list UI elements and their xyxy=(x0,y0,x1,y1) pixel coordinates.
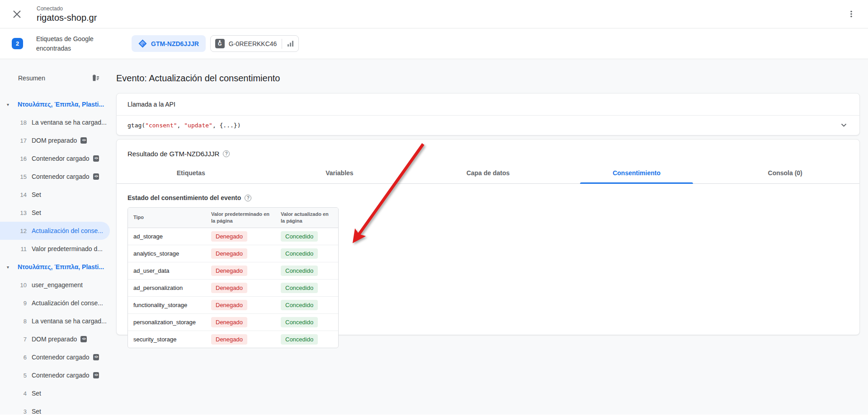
sidebar-event-item[interactable]: 12Actualización del conse... xyxy=(0,222,110,240)
help-icon[interactable]: ? xyxy=(223,150,230,157)
tags-found-bar: 2 Etiquetas de Google encontradas GTM-NZ… xyxy=(0,28,868,59)
gtag-code: gtag("consent", "update", {...}) xyxy=(127,122,241,129)
content-area: Resumen ▾Ντουλάπες, Έπιπλα, Plasti...18L… xyxy=(0,59,868,415)
summary-link[interactable]: Resumen xyxy=(18,75,45,82)
sidebar-group-header[interactable]: ▾Ντουλάπες, Έπιπλα, Plasti... xyxy=(0,95,116,113)
event-label: La ventana se ha cargad... xyxy=(32,119,107,126)
chevron-down-icon xyxy=(841,123,847,127)
consent-column-header: Valor actualizado en la página xyxy=(275,208,338,228)
sidebar-event-item[interactable]: 5Contenedor cargado<> xyxy=(0,366,110,384)
tab-variables[interactable]: Variables xyxy=(265,164,414,183)
api-call-header: Llamada a la API xyxy=(117,93,859,116)
sidebar-event-item[interactable]: 4Set xyxy=(0,384,110,402)
code-token: , xyxy=(177,122,184,129)
sidebar-group-header[interactable]: ▾Ντουλάπες, Έπιπλα, Plasti... xyxy=(0,258,116,276)
consent-row: analytics_storageDenegadoConcedido xyxy=(128,245,338,262)
more-options-button[interactable] xyxy=(845,8,857,20)
help-icon[interactable]: ? xyxy=(245,195,251,201)
consent-row: functionality_storageDenegadoConcedido xyxy=(128,296,338,313)
event-title: Evento: Actualización del consentimiento xyxy=(116,73,860,84)
event-number: 11 xyxy=(18,246,27,252)
event-label: La ventana se ha cargad... xyxy=(32,317,107,325)
sidebar-event-item[interactable]: 7DOM preparado<> xyxy=(0,330,110,348)
sidebar-event-item[interactable]: 10user_engagement xyxy=(0,276,110,294)
sidebar-event-item[interactable]: 15Contenedor cargado<> xyxy=(0,168,110,186)
code-icon: <> xyxy=(80,137,87,144)
event-label: Set xyxy=(32,390,41,397)
connected-domain: rigatos-shop.gr xyxy=(37,13,97,23)
event-label: Actualización del conse... xyxy=(32,299,103,307)
consent-type: personalization_storage xyxy=(128,313,206,331)
code-icon: <> xyxy=(93,372,99,378)
consent-row: ad_user_dataDenegadoConcedido xyxy=(128,262,338,279)
expand-code-button[interactable] xyxy=(839,121,849,129)
updated-value-badge: Concedido xyxy=(281,317,318,327)
collapse-caret-icon[interactable]: ▾ xyxy=(7,102,13,107)
event-detail-panel: Evento: Actualización del consentimiento… xyxy=(116,59,868,415)
delete-sweep-icon xyxy=(91,74,99,82)
event-label: Set xyxy=(32,408,41,415)
default-value-badge: Denegado xyxy=(211,283,247,293)
clear-log-button[interactable] xyxy=(89,72,101,84)
consent-type: ad_storage xyxy=(128,228,206,245)
api-call-card: Llamada a la API gtag("consent", "update… xyxy=(116,93,860,135)
sidebar-event-item[interactable]: 13Set xyxy=(0,204,110,222)
consent-row: personalization_storageDenegadoConcedido xyxy=(128,313,338,331)
consent-type: security_storage xyxy=(128,331,206,348)
consent-type: ad_user_data xyxy=(128,262,206,279)
code-icon: <> xyxy=(93,173,99,180)
event-label: Contenedor cargado xyxy=(32,173,90,180)
sidebar-event-item[interactable]: 9Actualización del conse... xyxy=(0,294,110,312)
event-label: Actualización del conse... xyxy=(32,227,103,234)
tab-capa-de-datos[interactable]: Capa de datos xyxy=(414,164,562,183)
sidebar-event-item[interactable]: 11Valor predeterminado d... xyxy=(0,240,110,258)
gtm-container-chip[interactable]: GTM-NZD6JJJR xyxy=(132,35,206,52)
updated-value-badge: Concedido xyxy=(281,300,318,310)
sidebar-group-title: Ντουλάπες, Έπιπλα, Plasti... xyxy=(18,101,104,108)
event-number: 15 xyxy=(18,173,27,180)
default-value-badge: Denegado xyxy=(211,317,247,327)
sidebar-event-item[interactable]: 16Contenedor cargado<> xyxy=(0,149,110,168)
close-button[interactable] xyxy=(11,8,23,20)
tab-etiquetas[interactable]: Etiquetas xyxy=(117,164,265,183)
sidebar-event-item[interactable]: 3Set xyxy=(0,402,110,415)
chip-divider xyxy=(282,39,282,49)
sidebar-event-item[interactable]: 8La ventana se ha cargad... xyxy=(0,312,110,330)
event-number: 7 xyxy=(18,336,27,343)
code-token: "update" xyxy=(184,122,212,129)
sidebar-event-item[interactable]: 18La ventana se ha cargad... xyxy=(0,113,110,131)
event-number: 8 xyxy=(18,318,27,325)
tab-consentimiento[interactable]: Consentimiento xyxy=(562,164,711,183)
updated-value-badge: Concedido xyxy=(281,334,318,345)
tags-found-label: Etiquetas de Google encontradas xyxy=(36,34,113,53)
consent-table: TipoValor predeterminado en la páginaVal… xyxy=(127,207,339,348)
sidebar-event-item[interactable]: 17DOM preparado<> xyxy=(0,131,110,149)
default-value-badge: Denegado xyxy=(211,248,247,259)
event-number: 16 xyxy=(18,155,27,162)
event-number: 4 xyxy=(18,390,27,397)
event-label: Set xyxy=(32,191,41,198)
default-value-badge: Denegado xyxy=(211,334,247,345)
ga-tag-chip[interactable]: G G-0REERKKC46 xyxy=(210,35,299,52)
tag-count-badge: 2 xyxy=(12,38,23,49)
event-number: 12 xyxy=(18,228,27,234)
sidebar-event-item[interactable]: 14Set xyxy=(0,186,110,204)
gtm-result-card: Resultado de GTM-NZD6JJJR ? EtiquetasVar… xyxy=(116,139,860,335)
default-value-badge: Denegado xyxy=(211,231,247,242)
tab-consola-0[interactable]: Consola (0) xyxy=(711,164,859,183)
consent-state-label: Estado del consentimiento del evento xyxy=(127,194,241,201)
event-label: Valor predeterminado d... xyxy=(32,245,103,252)
sidebar-event-item[interactable]: 6Contenedor cargado<> xyxy=(0,348,110,366)
updated-value-badge: Concedido xyxy=(281,248,318,259)
gtm-container-id: GTM-NZD6JJJR xyxy=(151,40,199,47)
top-bar: Conectado rigatos-shop.gr xyxy=(0,0,868,28)
result-tabs: EtiquetasVariablesCapa de datosConsentim… xyxy=(117,164,859,184)
code-icon: <> xyxy=(93,155,99,162)
collapse-caret-icon[interactable]: ▾ xyxy=(7,265,13,270)
event-label: Contenedor cargado xyxy=(32,372,90,379)
event-label: Contenedor cargado xyxy=(32,354,90,361)
event-number: 18 xyxy=(18,119,27,126)
connection-status: Conectado xyxy=(37,5,97,12)
summary-row: Resumen xyxy=(0,69,116,87)
event-number: 17 xyxy=(18,137,27,144)
